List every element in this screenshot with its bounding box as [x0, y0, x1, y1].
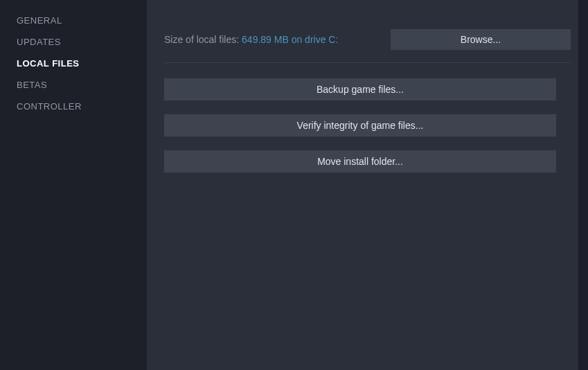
size-info-text: Size of local files: 649.89 MB on drive …	[164, 33, 338, 46]
sidebar-item-general[interactable]: GENERAL	[17, 10, 147, 31]
sidebar-item-betas[interactable]: BETAS	[17, 74, 147, 96]
right-edge	[578, 0, 588, 370]
size-value: 649.89 MB on drive C:	[242, 34, 338, 45]
size-label: Size of local files:	[164, 34, 242, 45]
sidebar-item-local-files[interactable]: LOCAL FILES	[17, 53, 147, 74]
divider	[164, 62, 571, 63]
backup-button[interactable]: Backup game files...	[164, 78, 556, 100]
sidebar: GENERAL UPDATES LOCAL FILES BETAS CONTRO…	[0, 0, 147, 370]
size-info-row: Size of local files: 649.89 MB on drive …	[164, 29, 571, 50]
sidebar-item-controller[interactable]: CONTROLLER	[17, 96, 147, 117]
main-panel: Size of local files: 649.89 MB on drive …	[147, 0, 588, 370]
sidebar-item-updates[interactable]: UPDATES	[17, 31, 147, 53]
browse-button[interactable]: Browse...	[391, 29, 571, 50]
move-button[interactable]: Move install folder...	[164, 150, 556, 173]
verify-button[interactable]: Verify integrity of game files...	[164, 114, 556, 136]
